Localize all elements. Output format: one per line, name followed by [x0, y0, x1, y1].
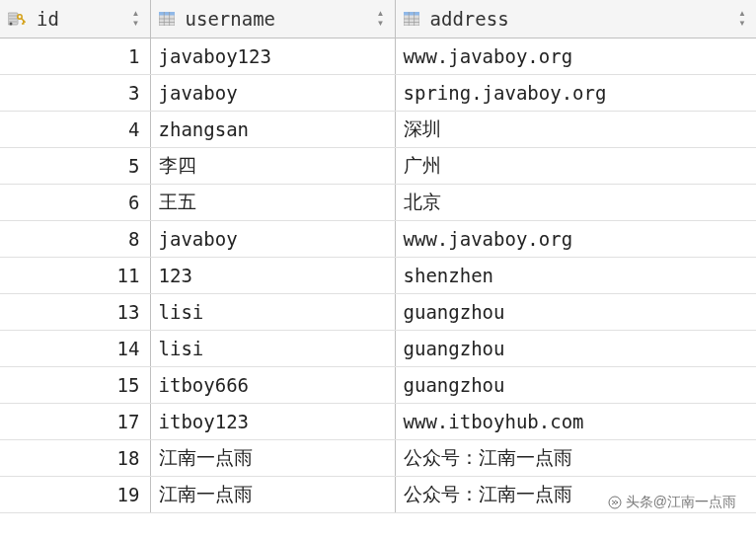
table-row[interactable]: 8javaboywww.javaboy.org	[0, 220, 756, 257]
cell-address[interactable]: www.javaboy.org	[395, 38, 756, 74]
column-header-address[interactable]: address ▲▼	[395, 0, 756, 38]
column-label: id	[37, 8, 59, 30]
table-header-row: id ▲▼ username ▲▼	[0, 0, 756, 38]
table-row[interactable]: 15itboy666guangzhou	[0, 366, 756, 403]
table-row[interactable]: 13lisiguangzhou	[0, 293, 756, 330]
sort-icon[interactable]: ▲▼	[738, 10, 746, 28]
table-row[interactable]: 3javaboyspring.javaboy.org	[0, 74, 756, 111]
cell-id[interactable]: 15	[0, 366, 150, 403]
cell-address[interactable]: 北京	[395, 184, 756, 220]
cell-username[interactable]: lisi	[150, 293, 395, 330]
svg-point-5	[10, 22, 13, 25]
cell-id[interactable]: 1	[0, 38, 150, 74]
primary-key-column-icon	[8, 11, 26, 27]
cell-username[interactable]: javaboy123	[150, 38, 395, 74]
cell-username[interactable]: 王五	[150, 184, 395, 220]
cell-username[interactable]: 123	[150, 257, 395, 293]
table-row[interactable]: 1javaboy123www.javaboy.org	[0, 38, 756, 74]
table-row[interactable]: 14lisiguangzhou	[0, 330, 756, 366]
cell-id[interactable]: 8	[0, 220, 150, 257]
cell-address[interactable]: www.itboyhub.com	[395, 403, 756, 439]
cell-address[interactable]: guangzhou	[395, 330, 756, 366]
cell-id[interactable]: 14	[0, 330, 150, 366]
column-icon	[404, 12, 419, 26]
results-table: id ▲▼ username ▲▼	[0, 0, 756, 513]
cell-id[interactable]: 4	[0, 111, 150, 147]
table-row[interactable]: 6王五北京	[0, 184, 756, 220]
svg-rect-13	[404, 12, 419, 16]
cell-username[interactable]: javaboy	[150, 74, 395, 111]
cell-address[interactable]: 公众号：江南一点雨	[395, 439, 756, 476]
cell-username[interactable]: 江南一点雨	[150, 439, 395, 476]
table-row[interactable]: 4zhangsan深圳	[0, 111, 756, 147]
cell-id[interactable]: 17	[0, 403, 150, 439]
cell-id[interactable]: 18	[0, 439, 150, 476]
cell-address[interactable]: shenzhen	[395, 257, 756, 293]
sort-icon[interactable]: ▲▼	[132, 10, 140, 28]
cell-address[interactable]: www.javaboy.org	[395, 220, 756, 257]
cell-id[interactable]: 19	[0, 476, 150, 512]
cell-address[interactable]: 广州	[395, 147, 756, 184]
table-row[interactable]: 17itboy123www.itboyhub.com	[0, 403, 756, 439]
cell-id[interactable]: 5	[0, 147, 150, 184]
cell-address[interactable]: 公众号：江南一点雨	[395, 476, 756, 512]
cell-address[interactable]: spring.javaboy.org	[395, 74, 756, 111]
cell-username[interactable]: lisi	[150, 330, 395, 366]
sort-icon[interactable]: ▲▼	[377, 10, 385, 28]
table-row[interactable]: 11123shenzhen	[0, 257, 756, 293]
table-row[interactable]: 18江南一点雨公众号：江南一点雨	[0, 439, 756, 476]
column-icon	[159, 12, 175, 26]
column-header-id[interactable]: id ▲▼	[0, 0, 150, 38]
cell-id[interactable]: 13	[0, 293, 150, 330]
cell-id[interactable]: 11	[0, 257, 150, 293]
column-label: username	[186, 8, 276, 30]
cell-username[interactable]: itboy666	[150, 366, 395, 403]
svg-rect-7	[159, 12, 175, 16]
cell-address[interactable]: guangzhou	[395, 366, 756, 403]
cell-username[interactable]: itboy123	[150, 403, 395, 439]
table-body: 1javaboy123www.javaboy.org3javaboyspring…	[0, 38, 756, 512]
cell-username[interactable]: 李四	[150, 147, 395, 184]
cell-id[interactable]: 6	[0, 184, 150, 220]
cell-address[interactable]: 深圳	[395, 111, 756, 147]
column-label: address	[430, 8, 509, 30]
cell-id[interactable]: 3	[0, 74, 150, 111]
table-row[interactable]: 19江南一点雨公众号：江南一点雨	[0, 476, 756, 512]
cell-address[interactable]: guangzhou	[395, 293, 756, 330]
column-header-username[interactable]: username ▲▼	[150, 0, 395, 38]
cell-username[interactable]: 江南一点雨	[150, 476, 395, 512]
cell-username[interactable]: zhangsan	[150, 111, 395, 147]
cell-username[interactable]: javaboy	[150, 220, 395, 257]
table-row[interactable]: 5李四广州	[0, 147, 756, 184]
